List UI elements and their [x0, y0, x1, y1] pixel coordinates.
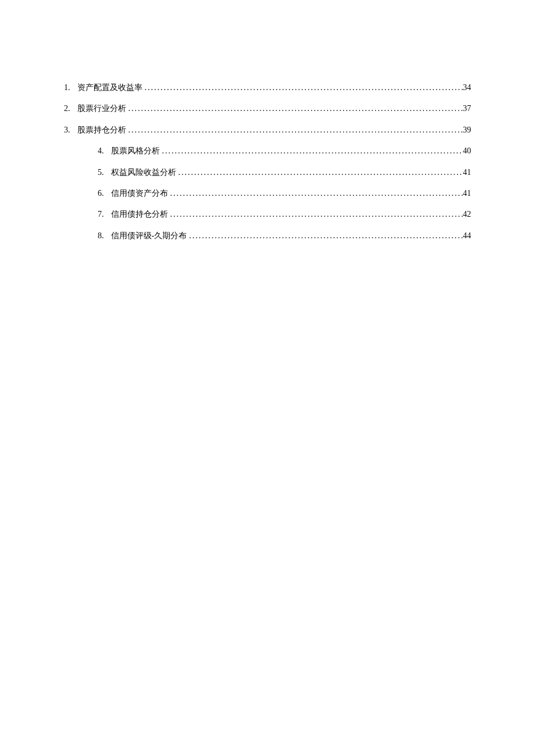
toc-number: 4. [98, 145, 104, 157]
toc-page-number: 40 [463, 145, 471, 157]
toc-entry: 7. 信用债持仓分析 42 [64, 208, 471, 221]
toc-page-number: 42 [463, 208, 471, 221]
toc-entry: 5. 权益风险收益分析 41 [64, 166, 471, 179]
toc-page-number: 44 [463, 230, 471, 242]
toc-entry: 4. 股票风格分析 40 [64, 145, 471, 157]
toc-entry: 6. 信用债资产分布 41 [64, 187, 471, 200]
toc-number: 5. [98, 166, 104, 179]
toc-page-number: 34 [463, 81, 471, 94]
toc-leader-dots [176, 166, 463, 179]
toc-leader-dots [160, 145, 463, 157]
toc-title: 股票行业分析 [77, 102, 126, 115]
toc-title: 股票持仓分析 [77, 124, 126, 137]
toc-title: 信用债持仓分析 [111, 208, 168, 221]
toc-entry: 3. 股票持仓分析 39 [64, 124, 471, 137]
toc-number: 2. [64, 102, 70, 115]
toc-leader-dots [126, 102, 463, 115]
toc-title: 股票风格分析 [111, 145, 160, 157]
toc-page-number: 41 [463, 187, 471, 200]
toc-number: 3. [64, 124, 70, 137]
toc-entry: 8. 信用债评级-久期分布 44 [64, 230, 471, 242]
toc-title: 权益风险收益分析 [111, 166, 176, 179]
toc-number: 6. [98, 187, 104, 200]
toc-leader-dots [168, 187, 463, 200]
toc-entry: 1. 资产配置及收益率 34 [64, 81, 471, 94]
toc-entry: 2. 股票行业分析 37 [64, 102, 471, 115]
table-of-contents: 1. 资产配置及收益率 34 2. 股票行业分析 37 3. 股票持仓分析 39… [64, 81, 471, 242]
toc-title: 信用债评级-久期分布 [111, 230, 187, 242]
toc-page-number: 37 [463, 102, 471, 115]
toc-title: 资产配置及收益率 [77, 81, 142, 94]
toc-page-number: 39 [463, 124, 471, 137]
toc-leader-dots [142, 81, 463, 94]
toc-number: 7. [98, 208, 104, 221]
toc-title: 信用债资产分布 [111, 187, 168, 200]
toc-number: 1. [64, 81, 70, 94]
toc-leader-dots [126, 124, 463, 137]
toc-leader-dots [187, 230, 463, 242]
toc-leader-dots [168, 208, 463, 221]
toc-number: 8. [98, 230, 104, 242]
toc-page-number: 41 [463, 166, 471, 179]
